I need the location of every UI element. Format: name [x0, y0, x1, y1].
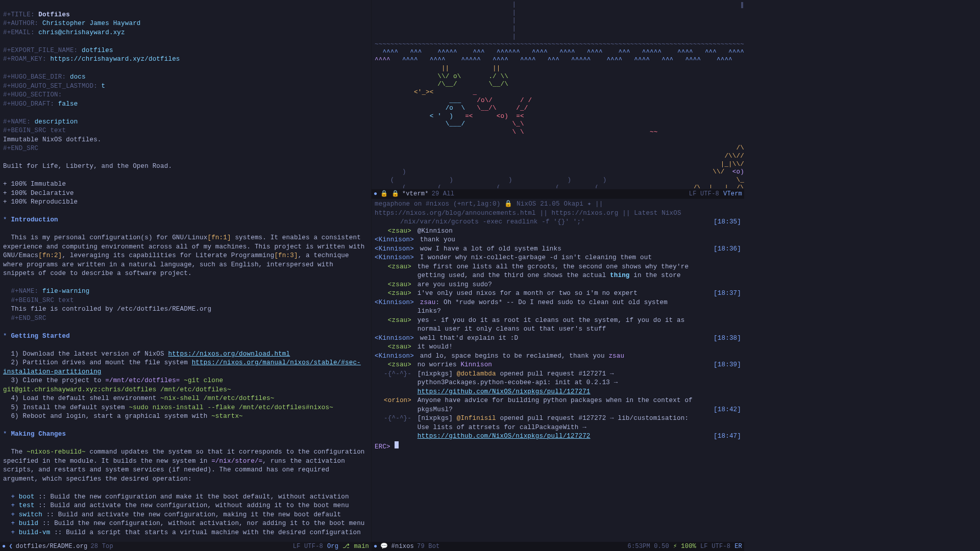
irc-line: python3Packages.python-ecobee-api: init …	[375, 379, 741, 388]
vterm-content[interactable]: | | | | | ~~~~~~~~~~~~~~~~~~~~~~~~~~~~~~…	[372, 0, 744, 188]
irc-line: https://github.com/NixOS/nixpkgs/pull/12…	[375, 432, 741, 441]
irc-nick: -{^-^}-	[375, 414, 413, 423]
irc-nick: <Kinnison>	[375, 334, 416, 343]
irc-message: @Kinnison	[413, 228, 456, 235]
irc-message: Anyone have advice for building python p…	[413, 397, 696, 404]
irc-line: <orion> Anyone have advice for building …	[375, 396, 741, 406]
irc-message: normal user it only cleans out that user…	[413, 325, 609, 333]
irc-nick: <orion>	[375, 396, 413, 406]
irc-prompt-line[interactable]: ERC>	[375, 441, 741, 452]
modeline-filename: dotfiles/README.org	[16, 542, 88, 551]
circle-icon: ●	[374, 542, 377, 551]
irc-timestamp: [18:47]	[708, 432, 741, 441]
irc-message: well that'd explain it :D	[416, 335, 521, 342]
irc-prompt: ERC>	[375, 443, 390, 450]
irc-line: <zsau> yes - if you do it as root it cle…	[375, 316, 741, 325]
vterm-pane: | | | | | ~~~~~~~~~~~~~~~~~~~~~~~~~~~~~~…	[372, 0, 744, 199]
irc-message: https://github.com/NixOS/nixpkgs/pull/12…	[413, 388, 594, 395]
irc-nick: <Kinnison>	[375, 298, 416, 308]
tagline: Built for Life, Liberty, and the Open Ro…	[3, 163, 172, 170]
irc-line: <Kinnison> zsau: Oh *rude words* -- Do I…	[375, 298, 741, 308]
irc-timestamp: [18:38]	[708, 334, 741, 343]
irc-message: are you using sudo?	[413, 281, 495, 288]
overflow-area	[744, 0, 980, 551]
editor-content[interactable]: #+TITLE: Dotfiles #+AUTHOR: Christopher …	[0, 0, 371, 541]
irc-message: python3Packages.python-ecobee-api: init …	[413, 379, 621, 386]
irc-nick: <zsau>	[375, 281, 413, 290]
chat-icon: 💬	[380, 542, 388, 551]
irc-line: <Kinnison> thank you	[375, 236, 741, 245]
footnote-2[interactable]: [fn:2]	[38, 252, 62, 259]
modeline-time: 6:53PM 0.50	[628, 542, 669, 551]
modeline-encoding: LF UTF-8	[293, 542, 323, 551]
modeline-vterm[interactable]: ● 🔒 🔒 *vterm* 29 All LF UTF-8 VTerm	[372, 189, 744, 198]
irc-message: pkgsMusl?	[413, 406, 456, 413]
circle-icon: ●	[2, 542, 6, 551]
meta-key: #+TITLE:	[3, 11, 35, 18]
battery-percent: 100%	[681, 542, 696, 551]
irc-line: https://github.com/NixOS/nixpkgs/pull/12…	[375, 388, 741, 397]
heading-getting-started[interactable]: Getting Started	[11, 333, 70, 340]
irc-topic: megaphone on #nixos (+nrt,lag:0) 🔒 NixOS…	[375, 200, 741, 218]
vterm-buffer-name: *vterm*	[402, 190, 429, 198]
irc-pane: megaphone on #nixos (+nrt,lag:0) 🔒 NixOS…	[372, 199, 744, 551]
irc-timestamp: [18:37]	[708, 289, 741, 298]
irc-line: <zsau> it would!	[375, 343, 741, 352]
irc-nick: -{^-^}-	[375, 370, 413, 379]
irc-nick: <zsau>	[375, 343, 413, 352]
irc-nick: <Kinnison>	[375, 245, 416, 254]
irc-timestamp: [18:39]	[708, 361, 741, 370]
irc-line: Use lists of attrsets for callPackageWit…	[375, 423, 741, 433]
heading-making-changes[interactable]: Making Changes	[11, 431, 66, 438]
irc-nick: <zsau>	[375, 227, 413, 236]
irc-message: no worries Kinnison	[413, 361, 495, 368]
heading-introduction[interactable]: Introduction	[11, 216, 58, 223]
irc-message: wow I have a lot of old system links	[416, 245, 565, 253]
meta-title: Dotfiles	[38, 11, 70, 18]
modeline-major-mode: Org	[327, 542, 338, 551]
footnote-3[interactable]: [fn:3]	[274, 252, 298, 259]
irc-message: yes - if you do it as root it cleans out…	[413, 317, 688, 324]
irc-message: I wonder why nix-collect-garbage -d isn'…	[416, 254, 655, 261]
irc-line: <zsau> are you using sudo?	[375, 281, 741, 290]
irc-nick: <zsau>	[375, 263, 413, 272]
irc-message: zsau: Oh *rude words* -- Do I need sudo …	[416, 299, 671, 306]
irc-line: getting used, and the third one shows th…	[375, 271, 741, 281]
irc-content[interactable]: megaphone on #nixos (+nrt,lag:0) 🔒 NixOS…	[372, 199, 744, 541]
irc-nick: <Kinnison>	[375, 352, 416, 361]
irc-nick: <zsau>	[375, 316, 413, 325]
editor-pane: #+TITLE: Dotfiles #+AUTHOR: Christopher …	[0, 0, 372, 551]
irc-line: <zsau> the first one lists all the gcroo…	[375, 263, 741, 272]
irc-line: <Kinnison> well that'd explain it :D[18:…	[375, 334, 741, 343]
modeline-editor[interactable]: ● ❮ dotfiles/README.org 28 Top LF UTF-8 …	[0, 542, 371, 551]
footnote-1[interactable]: [fn:1]	[207, 234, 231, 241]
irc-line: <zsau> @Kinnison	[375, 227, 741, 236]
irc-line: <zsau> i've only used nixos for a month …	[375, 289, 741, 298]
irc-line: pkgsMusl?[18:42]	[375, 406, 741, 415]
irc-message: Use lists of attrsets for callPackageWit…	[413, 424, 590, 431]
irc-message: getting used, and the third one shows th…	[413, 272, 684, 279]
irc-timestamp: [18:36]	[708, 245, 741, 254]
irc-message: it would!	[413, 343, 456, 350]
irc-message: https://github.com/NixOS/nixpkgs/pull/12…	[413, 433, 594, 440]
irc-line: links?	[375, 307, 741, 316]
branch-icon: ⎇	[342, 542, 350, 551]
modeline-irc[interactable]: ● 💬 #nixos 79 Bot 6:53PM 0.50 ⚡ 100% LF …	[372, 542, 744, 551]
irc-line: -{^-^}- [nixpkgs] @Infinisil opened pull…	[375, 414, 741, 423]
battery-icon: ⚡	[673, 542, 677, 551]
modeline-vc-branch: main	[354, 542, 369, 551]
modeline-position: 28 Top	[90, 542, 113, 551]
irc-message: [nixpkgs] @dotlambda opened pull request…	[413, 370, 617, 378]
irc-message: and lo, space begins to be reclaimed, th…	[416, 353, 627, 360]
irc-nick: <zsau>	[375, 289, 413, 298]
irc-message: thank you	[416, 236, 458, 243]
irc-message: [nixpkgs] @Infinisil opened pull request…	[413, 415, 692, 422]
irc-line: normal user it only cleans out that user…	[375, 325, 741, 334]
link-download[interactable]: https://nixos.org/download.html	[168, 350, 290, 358]
irc-nick: <Kinnison>	[375, 254, 416, 263]
scrollbar-indicator[interactable]	[741, 2, 743, 8]
irc-timestamp: [18:42]	[708, 406, 741, 415]
cursor	[395, 441, 399, 448]
lock-icon: 🔒	[380, 190, 388, 198]
irc-line: <Kinnison> and lo, space begins to be re…	[375, 352, 741, 361]
